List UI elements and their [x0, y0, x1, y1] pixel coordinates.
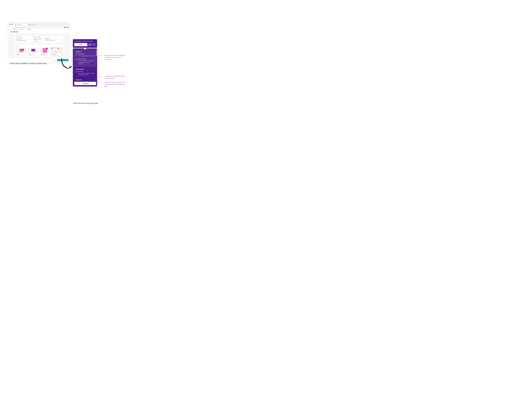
guide-name-input[interactable]: Workday Job Requisition [16, 40, 30, 41]
panel-header: Create New Salesforce Contact Save Exit [73, 39, 97, 48]
panel-body: ⌃ Salesforce ⌃ 1 New Button Click the Ne… [73, 48, 97, 87]
guide-name-card: Guide Name Name your Guide * Workday Job… [15, 35, 32, 43]
url-bar[interactable]: 🔒 https://adopt.pendo.io/guides ☆ [15, 27, 64, 28]
start-url-input[interactable]: 🔗https://www.workday.com [45, 40, 62, 41]
lock-icon: 🔒 [15, 27, 16, 28]
tab-title-redacted [30, 25, 36, 25]
url-text: https://adopt.pendo.io/guides [16, 27, 25, 28]
bookmark-star-icon[interactable]: ☆ [62, 27, 63, 28]
modal-header: Create Guide × [9, 30, 69, 34]
close-icon[interactable]: × [67, 31, 68, 32]
app-section-salesforce: Salesforce ⌃ 1 New Button Click the New … [74, 50, 96, 66]
section-header[interactable]: Salesforce ⌃ [75, 51, 95, 52]
browser-window: × × + ← → ⟳ 🔒 https://adopt.pendo.io/gui… [8, 22, 70, 62]
step-number: 1 [75, 53, 77, 55]
browser-tabs: × × + [14, 22, 43, 26]
step-description: Click the New button to get started. [78, 55, 95, 57]
extension-icon[interactable] [67, 27, 69, 28]
exit-button[interactable]: Exit [88, 43, 92, 46]
new-tab-button[interactable]: + [42, 24, 43, 25]
browser-tab-active[interactable]: × [15, 24, 28, 26]
cancel-button[interactable]: Cancel [52, 59, 56, 61]
plus-icon: + [82, 83, 82, 84]
tile-sub: USER ERROR PREVENTION [40, 55, 50, 56]
maximize-window-icon[interactable] [12, 24, 13, 25]
collapse-chip[interactable]: ⌃ [84, 48, 86, 50]
step-title: Enter Contact [78, 58, 95, 59]
app-info-card: App Information Select an app to start f… [33, 35, 63, 43]
step-item[interactable]: 1 New Button Click the New button to get… [75, 53, 95, 57]
field-label: Select an app to start from * [34, 38, 43, 40]
browser-url-row: ← → ⟳ 🔒 https://adopt.pendo.io/guides ☆ [9, 26, 69, 29]
panel-title: Create New Salesforce Contact [74, 41, 96, 42]
save-button[interactable]: Save [74, 43, 87, 46]
tile-name: Automation [52, 54, 61, 55]
tile-art: ↻ [16, 48, 27, 53]
step-description: We use LinkedIn Tier to categorize our C… [78, 60, 95, 65]
annotation-grouped: Steps grouped by app; highlight indicate… [105, 54, 127, 61]
chevron-up-icon: ⌃ [85, 48, 85, 49]
step-title: New Button [78, 53, 95, 55]
tile-name: Confirmation [40, 54, 50, 55]
tile-art: ✦✦ [28, 48, 38, 53]
bookmark-item[interactable] [21, 29, 25, 29]
card-title: Type [16, 45, 62, 46]
launch-icon: ⧉ [58, 59, 59, 61]
chevron-down-icon: ⌄ [94, 79, 95, 81]
annotation-collapsable: Collapsable sections for simple guide ov… [105, 75, 127, 79]
nav-forward-icon[interactable]: → [11, 27, 12, 28]
step-description: Find LinkedIn Tier (column A) and transf… [78, 73, 95, 76]
extension-icons [64, 27, 69, 28]
app-select[interactable]: Workday ⌄ [34, 40, 43, 42]
chevron-up-icon: ⌃ [94, 68, 95, 70]
caption-right: First-of-its-kind cross app guide [73, 102, 98, 104]
chevron-up-icon: ⌃ [94, 51, 95, 52]
app-section-salesforce-collapsed[interactable]: Salesforce ⌄ [74, 78, 96, 81]
link-icon: 🔗 [45, 40, 46, 41]
section-header[interactable]: Google Sheets ⌃ [75, 68, 95, 70]
tile-sub: IN-LINE SUPPORT [29, 55, 38, 56]
tile-art [51, 48, 62, 53]
create-guide-modal: Create Guide × Guide Name Name your Guid… [9, 30, 69, 62]
browser-chrome: × × + [9, 22, 69, 26]
field-label: Name your Guide * [16, 38, 30, 39]
type-tile-guide[interactable]: ↻ Guide PRODUCT WALKTHROUGH [16, 47, 27, 56]
type-tile-confirmation[interactable]: Confirmation USER ERROR PREVENTION [40, 47, 50, 56]
card-title: Guide Name [16, 36, 30, 37]
nav-reload-icon[interactable]: ⟳ [13, 27, 14, 28]
collapse-button[interactable] [93, 43, 96, 46]
collapse-icon [93, 44, 95, 45]
tile-sub: IMPROVE DATA QUALITY [52, 55, 61, 56]
tab-title-redacted [17, 25, 22, 25]
apps-grid-icon[interactable]: ⊞ [10, 29, 11, 30]
flow-arrow-icon [60, 58, 73, 71]
step-title: Find Tier [78, 71, 95, 72]
step-number: 2 [75, 58, 77, 60]
scrollbar[interactable] [97, 50, 97, 56]
nav-back-icon[interactable]: ← [10, 27, 11, 28]
extension-icon[interactable] [66, 27, 67, 28]
type-tile-badge[interactable]: ✦✦ Badge IN-LINE SUPPORT [28, 47, 39, 56]
tab-favicon-icon [15, 24, 16, 25]
step-item[interactable]: 2 Enter Contact We use LinkedIn Tier to … [75, 58, 95, 65]
tile-art [40, 48, 50, 53]
tab-close-icon[interactable]: × [26, 24, 27, 26]
app-section-googlesheets: Google Sheets ⌃ 3 Find Tier Find LinkedI… [74, 67, 96, 78]
bookmark-item[interactable] [28, 29, 32, 29]
window-controls [10, 24, 13, 25]
bookmark-item[interactable] [14, 29, 18, 29]
type-tile-automation[interactable]: Automation IMPROVE DATA QUALITY [51, 47, 62, 56]
add-step-button[interactable]: + Add Step [74, 82, 96, 85]
extension-icon[interactable] [64, 27, 66, 28]
tab-close-icon[interactable]: × [40, 24, 40, 26]
tab-favicon-icon [29, 24, 30, 25]
caption-left: Guide types simplified to reduce cogniti… [9, 63, 47, 65]
minimize-window-icon[interactable] [11, 24, 12, 25]
tile-name: Badge [29, 54, 38, 55]
tile-sub: PRODUCT WALKTHROUGH [17, 55, 26, 56]
modal-title: Create Guide [10, 31, 18, 32]
bookmarks-bar: ⊞ [9, 29, 69, 30]
browser-tab[interactable]: × [28, 24, 41, 26]
step-item[interactable]: 3 Find Tier Find LinkedIn Tier (column A… [75, 71, 95, 76]
close-window-icon[interactable] [10, 24, 10, 25]
